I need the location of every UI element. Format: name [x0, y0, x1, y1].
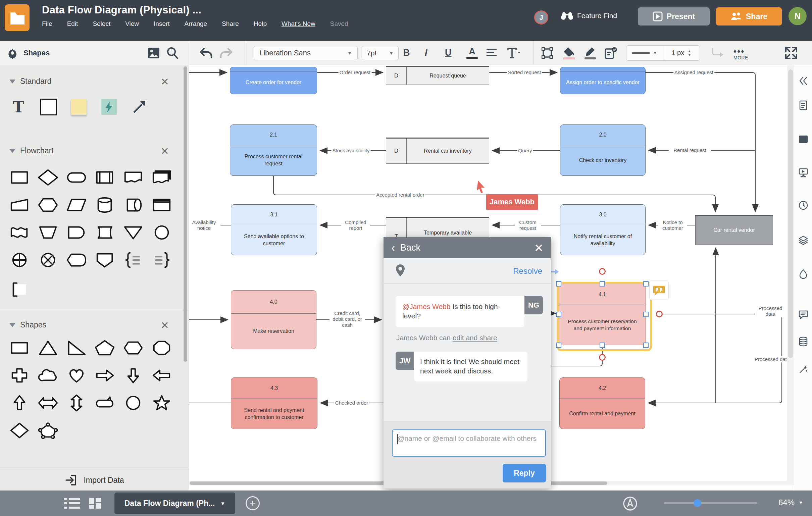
- process-4-1-selected[interactable]: 4.1 Process customer reservation and pay…: [559, 284, 646, 345]
- redo-icon[interactable]: [219, 41, 233, 65]
- shape-terminator[interactable]: [66, 169, 87, 186]
- edit-and-share-link[interactable]: edit and share: [453, 334, 497, 342]
- present-button[interactable]: Present: [638, 7, 710, 26]
- edge-label[interactable]: Assigned request: [673, 69, 714, 76]
- shape-arrow-left-right[interactable]: [37, 394, 58, 412]
- shape-manual-operation[interactable]: [37, 224, 58, 241]
- shape-text[interactable]: T: [8, 98, 29, 116]
- shape-rectangle-blank[interactable]: [38, 98, 59, 116]
- shape-brace-left[interactable]: [151, 251, 172, 269]
- shape-multiple-documents[interactable]: [151, 169, 172, 186]
- feature-find-button[interactable]: Feature Find: [561, 11, 617, 20]
- shape-internal-storage[interactable]: [151, 196, 172, 214]
- process-2-1[interactable]: 2.1 Process customer rental request: [230, 124, 317, 176]
- close-standard-section-icon[interactable]: ✕: [160, 77, 170, 87]
- menu-edit[interactable]: Edit: [67, 20, 78, 28]
- menu-file[interactable]: File: [42, 20, 52, 28]
- bold-button[interactable]: B: [403, 41, 410, 65]
- shape-polygon[interactable]: [37, 422, 58, 439]
- canvas-vertical-scrollbar[interactable]: [787, 65, 794, 485]
- edge-label[interactable]: Sorted request: [507, 69, 542, 76]
- shape-database[interactable]: [94, 196, 115, 214]
- edge-label[interactable]: Availability notice: [189, 219, 221, 231]
- page-tab[interactable]: Data Flow Diagram (Ph...▼: [114, 492, 235, 514]
- text-color-button[interactable]: A: [466, 41, 478, 65]
- edge-label[interactable]: Compiled report: [341, 219, 370, 231]
- shape-arrow-up-down[interactable]: [66, 394, 87, 412]
- process-create-order[interactable]: Create order for vendor: [230, 67, 317, 94]
- shape-predefined-process[interactable]: [94, 169, 115, 186]
- shape-decision[interactable]: [37, 169, 58, 186]
- notes-document-icon[interactable]: [798, 100, 809, 111]
- shape-hotspot[interactable]: [99, 98, 119, 116]
- resize-handle[interactable]: [556, 312, 561, 317]
- zoom-level-select[interactable]: 64%▼: [778, 498, 803, 507]
- font-size-select[interactable]: 7pt▼: [362, 46, 399, 60]
- fill-color-button[interactable]: [563, 41, 575, 65]
- shape-display[interactable]: [66, 251, 87, 269]
- page-list-icon[interactable]: [64, 498, 81, 510]
- font-family-select[interactable]: Liberation Sans▼: [254, 46, 358, 60]
- history-clock-icon[interactable]: [798, 200, 809, 211]
- shape-callout[interactable]: [94, 394, 115, 412]
- annotation-check-icon[interactable]: [605, 41, 617, 65]
- resolve-link[interactable]: Resolve: [513, 266, 542, 276]
- underline-button[interactable]: U: [445, 41, 452, 65]
- resize-handle[interactable]: [643, 281, 648, 287]
- shape-process[interactable]: [9, 169, 30, 186]
- share-button[interactable]: Share: [716, 7, 782, 26]
- menu-arrange[interactable]: Arrange: [184, 20, 207, 28]
- shape-arrow[interactable]: [129, 98, 150, 116]
- line-style-widget[interactable]: ▼ 1 px ▲▼: [626, 45, 700, 61]
- back-button[interactable]: ‹ Back: [392, 242, 420, 253]
- collapse-triangle-icon[interactable]: [9, 323, 16, 327]
- resize-handle[interactable]: [556, 281, 561, 287]
- shape-delay[interactable]: [66, 224, 87, 241]
- document-title[interactable]: Data Flow Diagram (Physical) ...: [42, 4, 201, 16]
- italic-button[interactable]: I: [425, 41, 428, 65]
- close-flowchart-section-icon[interactable]: ✕: [160, 146, 170, 156]
- more-tools-button[interactable]: •••: [733, 41, 745, 65]
- add-page-button[interactable]: +: [245, 496, 260, 510]
- connection-endpoint[interactable]: [599, 354, 606, 361]
- process-3-1[interactable]: 3.1 Send available options to customer: [231, 204, 317, 255]
- process-3-0[interactable]: 3.0 Notify rental customer of availabili…: [560, 204, 645, 255]
- shape-preparation[interactable]: [37, 196, 58, 214]
- shape-summing-junction[interactable]: [37, 251, 58, 269]
- page-grid-icon[interactable]: [89, 498, 101, 510]
- shape-cloud[interactable]: [37, 367, 58, 384]
- shape-off-page-connector[interactable]: [94, 251, 115, 269]
- collapse-triangle-icon[interactable]: [9, 149, 16, 153]
- line-width-stepper[interactable]: 1 px ▲▼: [663, 49, 700, 57]
- shape-stored-data[interactable]: [94, 224, 115, 241]
- edge-label[interactable]: Stock availability: [331, 147, 371, 154]
- shape-rectangle[interactable]: [9, 339, 30, 356]
- comment-bubble[interactable]: @James Webb Is this too high-level?: [396, 296, 524, 327]
- fullscreen-icon[interactable]: [785, 41, 797, 65]
- shape-arrow-right[interactable]: [94, 367, 115, 384]
- shape-direct-access-storage[interactable]: [123, 196, 144, 214]
- reply-bubble[interactable]: I think it is fine! We should meet next …: [414, 352, 527, 381]
- shape-circle[interactable]: [123, 394, 144, 412]
- collaborator-avatar-j[interactable]: J: [534, 10, 548, 25]
- zoom-slider[interactable]: [664, 502, 757, 504]
- shape-merge[interactable]: [123, 224, 144, 241]
- shape-bracket[interactable]: [9, 281, 30, 298]
- edge-label[interactable]: Rental request: [669, 147, 711, 153]
- shape-pentagon[interactable]: [94, 339, 115, 356]
- datastore-rental-car-inventory[interactable]: D Rental car inventory: [386, 138, 489, 164]
- theme-drop-icon[interactable]: [798, 268, 809, 279]
- collapse-panel-icon[interactable]: [798, 76, 809, 86]
- data-linking-icon[interactable]: [798, 336, 809, 347]
- undo-icon[interactable]: [199, 41, 213, 65]
- resize-handle[interactable]: [600, 343, 605, 348]
- connection-endpoint[interactable]: [656, 311, 663, 317]
- shape-arrow-down[interactable]: [123, 367, 144, 384]
- text-align-icon[interactable]: [487, 41, 497, 65]
- close-panel-icon[interactable]: ✕: [534, 241, 544, 255]
- line-color-button[interactable]: [584, 41, 596, 65]
- edge-label[interactable]: Notice to customer: [658, 219, 687, 231]
- external-entity-car-rental-vendor[interactable]: Car rental vendor: [695, 215, 773, 245]
- collapse-triangle-icon[interactable]: [9, 80, 16, 84]
- insert-image-icon[interactable]: [148, 41, 160, 65]
